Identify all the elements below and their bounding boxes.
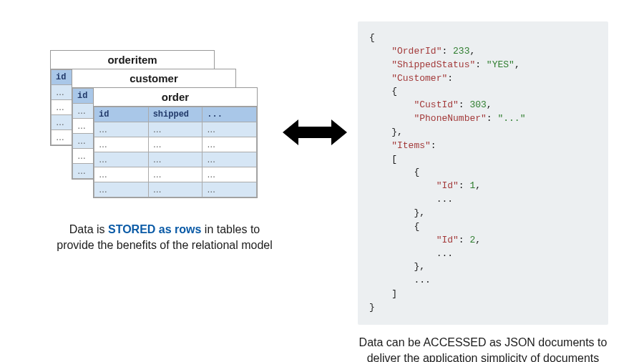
table-title: order	[94, 88, 257, 107]
table-title: orderitem	[51, 51, 214, 69]
emphasis-accessed: ACCESSED as JSON documents	[423, 336, 594, 348]
table-row: ………	[94, 182, 257, 197]
svg-marker-0	[283, 119, 347, 145]
table-row: ………	[94, 137, 257, 152]
document-side: { "OrderId": 233, "ShippedStatus": "YES"…	[358, 21, 608, 362]
emphasis-stored: STORED as rows	[108, 223, 201, 235]
table-header-row: id shipped ...	[94, 107, 257, 122]
table-title: customer	[72, 69, 235, 88]
table-row: ………	[94, 167, 257, 182]
table-order: order id shipped ... ……… ……… ……… ……… ………	[93, 87, 258, 198]
table-row: ………	[94, 152, 257, 167]
bidirectional-arrow-icon	[283, 118, 347, 147]
tables-stack: orderitem id … … … … customer id … … … ……	[50, 50, 279, 207]
left-caption: Data is STORED as rows in tables to prov…	[50, 222, 279, 254]
right-caption: Data can be ACCESSED as JSON documents t…	[358, 335, 608, 362]
json-document: { "OrderId": 233, "ShippedStatus": "YES"…	[358, 21, 608, 325]
relational-side: orderitem id … … … … customer id … … … ……	[50, 50, 279, 254]
table-row: ………	[94, 122, 257, 137]
table-grid: id shipped ... ……… ……… ……… ……… ………	[94, 107, 257, 197]
